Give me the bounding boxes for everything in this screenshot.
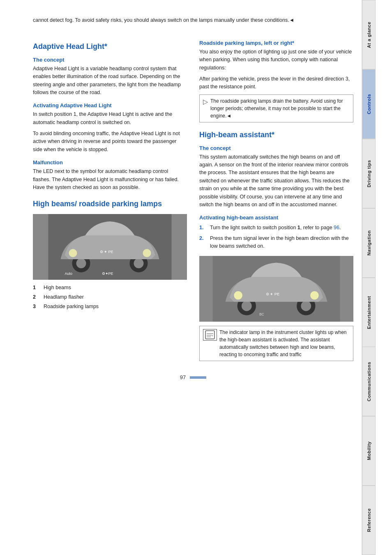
hba-step-1: 1. Turn the light switch to switch posit… [199, 224, 353, 232]
list-label-2: Headlamp flasher [44, 293, 84, 301]
note-triangle-icon: ▷ [203, 98, 208, 106]
page-number-bar: 97 [33, 374, 353, 380]
list-num-1: 1 [33, 284, 39, 292]
svg-point-16 [310, 291, 319, 300]
svg-point-4 [134, 258, 144, 268]
left-column: Adaptive Head Light* The concept Adaptiv… [33, 34, 187, 365]
activating-subtitle: Activating Adaptive Head Light [33, 102, 187, 108]
svg-text:⚙ ✦ PE: ⚙ ✦ PE [266, 292, 280, 296]
page-96-link[interactable]: 96 [334, 225, 339, 230]
list-item-3: 3 Roadside parking lamps [33, 303, 187, 311]
svg-text:⚙✦PE: ⚙✦PE [102, 272, 113, 276]
list-item-1: 1 High beams [33, 284, 187, 292]
high-beam-assistant-title: High-beam assistant* [199, 131, 353, 139]
hba-step-num-2: 2. [199, 235, 207, 251]
high-beams-image: ⚙ ✦ PE Auto ⚙✦PE [33, 214, 187, 280]
roadside-note-text: The roadside parking lamps drain the bat… [210, 97, 350, 120]
svg-point-15 [234, 291, 242, 300]
hba-note-box: The indicator lamp in the instrument clu… [199, 326, 353, 361]
sidebar-tab-reference[interactable]: Reference [362, 486, 376, 555]
svg-text:⚙ ✦ PE: ⚙ ✦ PE [100, 250, 113, 254]
sidebar: At a glance Controls Driving tips Naviga… [362, 0, 376, 555]
hba-step-text-2: Press the turn signal lever in the high … [210, 235, 353, 251]
roadside-text1: You also enjoy the option of lighting up… [199, 48, 353, 72]
concept-subtitle: The concept [33, 57, 187, 63]
hba-note-text: The indicator lamp in the instrument clu… [219, 329, 350, 358]
list-label-3: Roadside parking lamps [44, 303, 99, 311]
svg-text:Auto: Auto [65, 272, 73, 276]
adaptive-head-light-title: Adaptive Head Light* [33, 42, 187, 51]
svg-point-14 [301, 301, 311, 311]
high-beams-title: High beams/ roadside parking lamps [33, 200, 187, 208]
intro-text: cannot detect fog. To avoid safety risks… [33, 16, 353, 24]
page-number: 97 [180, 374, 186, 380]
roadside-text2: After parking the vehicle, press the lev… [199, 75, 353, 91]
roadside-title: Roadside parking lamps, left or right* [199, 40, 353, 46]
sidebar-tab-communications[interactable]: Communications [362, 347, 376, 416]
hba-concept-text: This system automatically switches the h… [199, 153, 353, 209]
hba-concept-subtitle: The concept [199, 145, 353, 151]
activating-text1: In switch position 1, the Adaptive Head … [33, 111, 187, 127]
hba-activating-subtitle: Activating high-beam assistant [199, 214, 353, 221]
page-bar-indicator [190, 376, 206, 379]
roadside-note-box: ▷ The roadside parking lamps drain the b… [199, 94, 353, 122]
hba-step-2: 2. Press the turn signal lever in the hi… [199, 235, 353, 251]
sidebar-tab-at-a-glance[interactable]: At a glance [362, 0, 376, 69]
malfunction-subtitle: Malfunction [33, 159, 187, 166]
sidebar-tab-driving-tips[interactable]: Driving tips [362, 139, 376, 208]
list-item-2: 2 Headlamp flasher [33, 293, 187, 301]
activating-text2: To avoid blinding oncoming traffic, the … [33, 130, 187, 154]
sidebar-tab-navigation[interactable]: Navigation [362, 208, 376, 278]
svg-point-13 [242, 301, 252, 311]
hba-note-icon [203, 329, 217, 341]
svg-point-3 [76, 258, 86, 268]
high-beams-list: 1 High beams 2 Headlamp flasher 3 Roadsi… [33, 284, 187, 310]
svg-text:BC: BC [259, 313, 264, 316]
hba-steps-list: 1. Turn the light switch to switch posit… [199, 224, 353, 250]
hba-image: ⚙ ✦ PE BC [199, 256, 353, 322]
hba-step-num-1: 1. [199, 224, 207, 232]
malfunction-text: The LED next to the symbol for automatic… [33, 168, 187, 191]
svg-rect-19 [205, 331, 214, 339]
concept-text: Adaptive Head Light is a variable headla… [33, 65, 187, 97]
sidebar-tab-controls[interactable]: Controls [362, 69, 376, 139]
right-column: Roadside parking lamps, left or right* Y… [199, 34, 353, 365]
sidebar-tab-entertainment[interactable]: Entertainment [362, 278, 376, 347]
instrument-icon [205, 330, 215, 339]
list-num-3: 3 [33, 303, 39, 311]
list-num-2: 2 [33, 293, 39, 301]
hba-step-text-1: Turn the light switch to switch position… [210, 224, 341, 232]
svg-point-5 [69, 249, 77, 257]
list-label-1: High beams [44, 284, 71, 292]
sidebar-tab-mobility[interactable]: Mobility [362, 416, 376, 486]
svg-point-6 [143, 249, 151, 257]
